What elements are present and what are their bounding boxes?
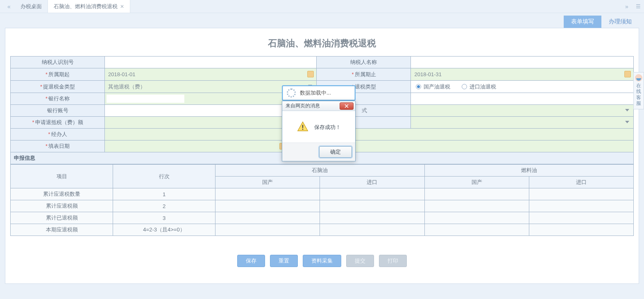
lbl-handler: *经办人 xyxy=(11,129,105,140)
table-row: 累计应退税额 2 xyxy=(11,200,634,212)
message-box: 来自网页的消息 保存成功！ 确定 xyxy=(282,101,356,161)
tabs-menu-icon[interactable]: ☰ xyxy=(633,3,644,9)
tab-home[interactable]: 办税桌面 xyxy=(15,0,48,13)
val-fill-date[interactable] xyxy=(105,140,634,152)
radio-domestic[interactable]: 国产油退税 xyxy=(416,83,450,91)
lbl-period-from: *所属期起 xyxy=(11,68,105,81)
th-fueloil: 燃料油 xyxy=(424,165,634,177)
calendar-icon[interactable] xyxy=(624,71,631,77)
th-naphtha-domestic: 国产 xyxy=(215,177,320,188)
tool-tab-form[interactable]: 表单填写 xyxy=(564,16,601,28)
val-hidden3[interactable] xyxy=(411,117,634,129)
msgbox-titlebar: 来自网页的消息 xyxy=(282,101,355,111)
lbl-taxpayer-id: 纳税人识别号 xyxy=(11,57,105,68)
lbl-apply-amount: *申请退抵税（费）额 xyxy=(11,117,105,129)
svg-rect-0 xyxy=(302,125,303,128)
lbl-bank-name: *银行名称 xyxy=(11,93,105,105)
reset-button[interactable]: 重置 xyxy=(270,255,298,267)
val-handler[interactable] xyxy=(105,129,634,140)
warning-icon xyxy=(297,121,308,134)
lbl-fill-date: *填表日期 xyxy=(11,140,105,152)
chevron-down-icon[interactable] xyxy=(625,121,629,123)
print-button: 打印 xyxy=(379,255,407,267)
radio-import[interactable]: 进口油退税 xyxy=(462,83,496,91)
val-taxpayer-name[interactable] xyxy=(411,57,634,68)
page-toolbar: 表单填写 办理须知 xyxy=(0,13,644,28)
online-service[interactable]: 在线客服 在线客服 xyxy=(633,72,644,109)
close-icon[interactable]: ✕ xyxy=(120,4,124,9)
ok-button[interactable]: 确定 xyxy=(319,146,352,158)
button-bar: 保存 重置 资料采集 提交 打印 xyxy=(5,255,639,267)
collect-button[interactable]: 资料采集 xyxy=(303,255,341,267)
val-period-to[interactable]: 2018-01-31 xyxy=(411,68,634,81)
avatar-icon xyxy=(635,74,642,82)
tab-bar: « 办税桌面 石脑油、燃料油消费税退税 ✕ » ☰ xyxy=(0,0,644,13)
val-bank-name-extra[interactable] xyxy=(411,93,634,105)
val-tax-type: 国产油退税 进口油退税 xyxy=(411,81,634,93)
page-title: 石脑油、燃料油消费税退税 xyxy=(5,28,639,56)
lbl-taxpayer-name: 纳税人名称 xyxy=(317,57,411,68)
th-naphtha-import: 进口 xyxy=(320,177,424,188)
tool-tab-notice[interactable]: 办理须知 xyxy=(601,16,639,28)
table-row: 累计已退税额 3 xyxy=(11,212,634,224)
calendar-icon[interactable] xyxy=(307,71,314,77)
loading-text: 数据加载中... xyxy=(300,89,331,97)
table-row: 本期应退税额 4=2-3（且4>=0） xyxy=(11,224,634,236)
svg-point-1 xyxy=(302,129,303,130)
close-icon[interactable] xyxy=(340,102,354,110)
th-fueloil-import: 进口 xyxy=(529,177,633,188)
lbl-period-to: *所属期止 xyxy=(317,68,411,81)
chevron-down-icon[interactable] xyxy=(625,109,629,111)
spinner-icon xyxy=(287,88,296,97)
val-period-from[interactable]: 2018-01-01 xyxy=(105,68,317,81)
msgbox-title: 来自网页的消息 xyxy=(286,102,320,109)
th-item: 项目 xyxy=(11,165,113,188)
th-naphtha: 石脑油 xyxy=(215,165,425,177)
lbl-refund-type: *提退税金类型 xyxy=(11,81,105,93)
val-taxpayer-id[interactable] xyxy=(105,57,317,68)
submit-button: 提交 xyxy=(346,255,374,267)
loading-popup: 数据加载中... xyxy=(282,85,356,101)
lbl-bank-acct: 银行账号 xyxy=(11,105,105,117)
val-hidden2[interactable] xyxy=(411,105,634,117)
tabs-prev-icon[interactable]: « xyxy=(3,0,15,13)
decl-table: 项目 行次 石脑油 燃料油 国产 进口 国产 进口 累计应退税数量 1 累计应退… xyxy=(10,164,634,236)
tabs-next-icon[interactable]: » xyxy=(621,3,633,10)
th-fueloil-domestic: 国产 xyxy=(424,177,529,188)
th-row: 行次 xyxy=(113,165,215,188)
save-button[interactable]: 保存 xyxy=(237,255,265,267)
msgbox-body: 保存成功！ xyxy=(314,124,341,131)
table-row: 累计应退税数量 1 xyxy=(11,188,634,200)
tab-current[interactable]: 石脑油、燃料油消费税退税 ✕ xyxy=(48,0,130,13)
